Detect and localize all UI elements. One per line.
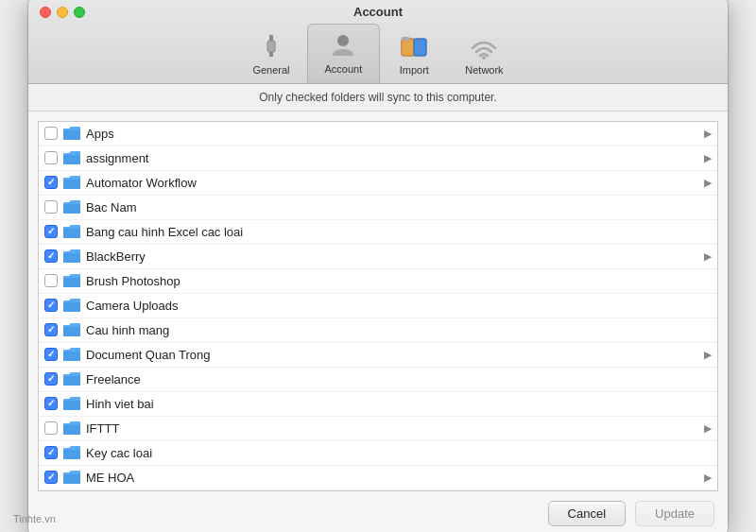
folder-icon	[63, 200, 80, 214]
list-item: IFTTT▶	[39, 417, 717, 441]
tab-network-label: Network	[465, 64, 503, 76]
folder-name: Apps	[86, 127, 700, 141]
svg-point-8	[482, 56, 486, 60]
folder-icon	[63, 323, 80, 336]
folder-icon	[63, 446, 80, 459]
folder-checkbox[interactable]	[44, 446, 58, 459]
folder-icon	[63, 274, 80, 287]
folder-checkbox[interactable]	[44, 151, 58, 164]
folder-name: Cau hinh mang	[86, 323, 712, 337]
folder-checkbox[interactable]	[44, 176, 58, 189]
row-arrow-icon: ▶	[704, 422, 712, 435]
tab-import[interactable]: Import	[380, 26, 448, 83]
folder-name: Bac Nam	[86, 200, 712, 215]
folder-icon	[63, 151, 80, 164]
row-arrow-icon: ▶	[704, 152, 712, 164]
folder-checkbox[interactable]	[44, 471, 58, 484]
row-arrow-icon: ▶	[704, 349, 712, 361]
folder-checkbox[interactable]	[44, 274, 58, 287]
folder-icon	[63, 471, 80, 484]
folder-name: Hinh viet bai	[86, 397, 712, 411]
list-item: Bac Nam	[39, 196, 717, 220]
tab-general[interactable]: General	[235, 26, 306, 83]
folder-name: ME HOA	[86, 471, 700, 485]
folder-icon	[63, 249, 80, 263]
folder-icon	[63, 127, 80, 140]
row-arrow-icon: ▶	[704, 177, 712, 189]
list-item: Brush Photoshop	[39, 269, 717, 294]
list-item: Freelance	[39, 368, 717, 392]
watermark: Tinhte.vn	[13, 513, 56, 524]
list-item: Bang cau hinh Excel cac loai	[39, 220, 717, 245]
close-button[interactable]	[40, 7, 51, 18]
cancel-button[interactable]: Cancel	[548, 501, 626, 526]
footer: Cancel Update	[28, 491, 728, 533]
folder-icon	[63, 421, 80, 435]
folder-name: assignment	[86, 151, 700, 165]
svg-rect-2	[269, 52, 273, 57]
list-item: Cau hinh mang	[39, 318, 717, 343]
folder-icon	[63, 372, 80, 386]
toolbar: General Account	[28, 24, 728, 83]
folder-name: BlackBerry	[86, 249, 700, 264]
folder-checkbox[interactable]	[44, 397, 58, 410]
traffic-lights	[40, 7, 85, 18]
row-arrow-icon: ▶	[704, 250, 712, 263]
list-item: Apps▶	[39, 122, 717, 146]
tab-account-label: Account	[325, 63, 363, 75]
tab-import-label: Import	[400, 64, 429, 76]
folder-icon	[63, 176, 80, 189]
list-item: ME HOA▶	[39, 466, 717, 490]
folder-icon	[63, 348, 80, 361]
folder-checkbox[interactable]	[44, 421, 58, 435]
folder-checkbox[interactable]	[44, 348, 58, 361]
tab-general-label: General	[252, 64, 289, 76]
tab-account[interactable]: Account	[307, 24, 381, 83]
svg-rect-7	[402, 37, 409, 41]
titlebar: Account General	[28, 0, 728, 84]
folder-checkbox[interactable]	[44, 323, 58, 336]
folder-icon	[63, 397, 80, 410]
svg-point-3	[337, 35, 349, 46]
svg-rect-1	[267, 41, 275, 52]
list-item: Hinh viet bai	[39, 392, 717, 417]
list-item: Document Quan Trong▶	[39, 343, 717, 368]
import-icon	[399, 31, 429, 61]
folder-checkbox[interactable]	[44, 249, 58, 263]
folder-icon	[63, 299, 80, 312]
folder-name: Document Quan Trong	[86, 348, 700, 362]
infobar-text: Only checked folders will sync to this c…	[259, 91, 496, 104]
folder-checkbox[interactable]	[44, 372, 58, 386]
svg-rect-5	[402, 39, 414, 56]
list-item: assignment▶	[39, 146, 717, 171]
list-item: BlackBerry▶	[39, 245, 717, 269]
folder-name: Freelance	[86, 372, 712, 386]
main-window: Account General	[28, 0, 728, 532]
row-arrow-icon: ▶	[704, 128, 712, 140]
folder-checkbox[interactable]	[44, 225, 58, 238]
folder-name: Camera Uploads	[86, 299, 712, 313]
folder-checkbox[interactable]	[44, 299, 58, 312]
folder-checkbox[interactable]	[44, 127, 58, 140]
folder-list: Apps▶ assignment▶ Automator Workflow▶ Ba…	[38, 121, 718, 491]
folder-checkbox[interactable]	[44, 200, 58, 214]
folder-name: IFTTT	[86, 421, 700, 436]
list-item: Key cac loai	[39, 441, 717, 466]
folder-name: Brush Photoshop	[86, 274, 712, 288]
svg-rect-6	[414, 39, 426, 56]
svg-rect-0	[269, 35, 273, 41]
tab-network[interactable]: Network	[448, 26, 520, 83]
network-icon	[469, 31, 499, 61]
list-item: Automator Workflow▶	[39, 171, 717, 196]
folder-icon	[63, 225, 80, 238]
account-icon	[328, 30, 358, 60]
general-icon	[256, 31, 286, 61]
folder-name: Automator Workflow	[86, 176, 700, 190]
folder-name: Bang cau hinh Excel cac loai	[86, 225, 712, 239]
folder-name: Key cac loai	[86, 446, 712, 460]
maximize-button[interactable]	[74, 7, 85, 18]
window-title: Account	[353, 5, 403, 19]
minimize-button[interactable]	[57, 7, 68, 18]
update-button[interactable]: Update	[635, 501, 714, 526]
infobar: Only checked folders will sync to this c…	[28, 84, 728, 112]
